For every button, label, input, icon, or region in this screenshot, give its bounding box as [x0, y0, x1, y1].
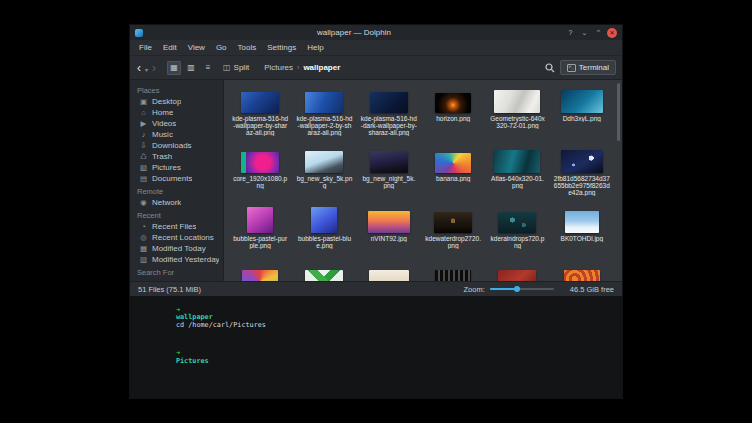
close-button[interactable]: ✕ [607, 28, 617, 38]
zoom-control: Zoom: [201, 285, 554, 294]
sidebar-item[interactable]: ♺ Trash [130, 151, 223, 162]
titlebar[interactable]: wallpaper — Dolphin ? ⌄ ⌃ ✕ [130, 25, 622, 40]
sidebar-item[interactable]: ▥ Modified Yesterday [130, 254, 223, 265]
terminal-toggle-button[interactable]: >_ Terminal [560, 60, 616, 75]
thumbnail-image [435, 153, 471, 173]
details-view-button[interactable]: ≡ [201, 61, 215, 75]
sidebar-item[interactable]: ▶ Videos [130, 118, 223, 129]
file-item[interactable]: kderaindrops720.png [486, 205, 548, 261]
file-item[interactable] [293, 265, 355, 281]
file-thumbnail-wrap [564, 265, 600, 281]
sidebar-item-label: Modified Today [152, 244, 206, 253]
file-thumbnail-wrap [370, 85, 408, 113]
file-item[interactable]: 2fb81d5682734d37655bb2e975f8263de42a.png [551, 145, 613, 201]
file-grid: kde-plasma-516-hd-wallpaper-by-sharaz-al… [229, 85, 613, 261]
minimize-button[interactable]: ⌄ [579, 27, 590, 38]
sidebar-item-label: Desktop [152, 97, 181, 106]
file-item[interactable]: banana.png [422, 145, 484, 201]
places-section: Places ▣ Desktop ⌂ Home [130, 83, 223, 184]
free-space-label: 46.5 GiB free [570, 285, 614, 294]
menu-item[interactable]: Settings [262, 41, 301, 54]
menu-item[interactable]: Help [302, 41, 328, 54]
terminal-panel[interactable]: ➜ wallpaper cd /home/carl/Pictures ➜ Pic… [130, 296, 622, 398]
thumbnail-image [311, 207, 337, 233]
search-icon[interactable] [543, 61, 557, 75]
dolphin-window: wallpaper — Dolphin ? ⌄ ⌃ ✕ File Edit Vi… [130, 25, 622, 398]
sidebar-item[interactable]: ◎ Recent Locations [130, 232, 223, 243]
sidebar-item[interactable]: ▤ Documents [130, 173, 223, 184]
file-thumbnail-wrap [311, 205, 337, 233]
file-item[interactable]: BK0TOHDl.jpg [551, 205, 613, 261]
breadcrumb: Pictures › wallpaper [264, 63, 340, 72]
menu-item[interactable]: File [134, 41, 157, 54]
breadcrumb-wallpaper[interactable]: wallpaper [303, 63, 340, 72]
file-item[interactable]: bg_new_night_5k.png [358, 145, 420, 201]
sidebar-item-label: Documents [152, 174, 192, 183]
file-item[interactable] [422, 265, 484, 281]
file-item[interactable]: Geometrystic-640x320-72-01.png [486, 85, 548, 141]
maximize-button[interactable]: ⌃ [593, 27, 604, 38]
thumbnail-image [368, 211, 410, 233]
file-item[interactable]: Atlas-640x320-01.png [486, 145, 548, 201]
back-history-caret-icon[interactable]: ▾ [145, 66, 148, 73]
breadcrumb-pictures[interactable]: Pictures [264, 63, 293, 72]
thumbnail-image [494, 150, 540, 173]
split-button[interactable]: ◫ Split [218, 61, 254, 74]
menu-item[interactable]: View [183, 41, 210, 54]
file-item[interactable] [486, 265, 548, 281]
file-thumbnail-wrap [305, 145, 343, 173]
file-item[interactable]: bubbles-pastel-purple.png [229, 205, 291, 261]
file-item[interactable]: kdewaterdrop2720.png [422, 205, 484, 261]
sidebar-item[interactable]: ▣ Desktop [130, 96, 223, 107]
back-button[interactable]: ‹ [136, 62, 142, 74]
sidebar-item[interactable]: ⌂ Home [130, 107, 223, 118]
menu-item[interactable]: Tools [233, 41, 262, 54]
zoom-slider[interactable] [490, 288, 554, 290]
file-item[interactable]: kde-plasma-516-hd-wallpaper-by-sharaz-al… [229, 85, 291, 141]
file-item[interactable] [551, 265, 613, 281]
sidebar-item[interactable]: ◉ Network [130, 197, 223, 208]
sidebar-item-label: Modified Yesterday [152, 255, 219, 264]
file-item[interactable] [229, 265, 291, 281]
thumbnail-image [369, 270, 409, 281]
file-name: Geometrystic-640x320-72-01.png [486, 115, 548, 129]
terminal-line: ➜ wallpaper cd /home/carl/Pictures [135, 300, 617, 343]
file-thumbnail-wrap [494, 145, 540, 173]
file-item[interactable] [358, 265, 420, 281]
sidebar-item[interactable]: ♪ Music [130, 129, 223, 140]
file-item[interactable]: core_1920x1080.png [229, 145, 291, 201]
menu-item[interactable]: Go [211, 41, 232, 54]
terminal-line: cd /home/carl/Pictures/maze [135, 386, 617, 398]
section-title-remote: Remote [130, 184, 223, 197]
toolbar: ‹ ▾ › ▦ ▥ ≡ ◫ Split Pictures › wallpaper [130, 56, 622, 80]
places-panel: Places ▣ Desktop ⌂ Home [130, 80, 224, 281]
file-grid-partial-row [229, 265, 613, 281]
compact-view-button[interactable]: ▥ [184, 61, 198, 75]
vertical-scrollbar[interactable] [617, 83, 620, 141]
file-item[interactable]: Ddh3xyL.png [551, 85, 613, 141]
forward-button[interactable]: › [151, 62, 157, 74]
prompt-directory: Pictures [176, 357, 209, 365]
icons-view-button[interactable]: ▦ [167, 61, 181, 75]
menu-item[interactable]: Edit [158, 41, 182, 54]
file-item[interactable]: kde-plasma-516-hd-wallpaper-2-by-sharaz-… [293, 85, 355, 141]
sidebar-item[interactable]: ▧ Pictures [130, 162, 223, 173]
file-name: 2fb81d5682734d37655bb2e975f8263de42a.png [551, 175, 613, 196]
folder-view[interactable]: kde-plasma-516-hd-wallpaper-by-sharaz-al… [224, 80, 622, 281]
file-item[interactable]: kde-plasma-516-hd-dark-wallpaper-by-shar… [358, 85, 420, 141]
file-item[interactable]: nVINT92.jpg [358, 205, 420, 261]
status-bar: 51 Files (75.1 MiB) Zoom: 46.5 GiB free [130, 281, 622, 296]
zoom-slider-handle[interactable] [514, 286, 520, 292]
file-item[interactable]: bg_new_sky_5k.png [293, 145, 355, 201]
file-item[interactable]: bubbles-pastel-blue.png [293, 205, 355, 261]
sidebar-item[interactable]: ⇩ Downloads [130, 140, 223, 151]
pictures-icon: ▧ [139, 164, 148, 172]
terminal-line: ➜ Pictures [135, 343, 617, 386]
thumbnail-image [435, 93, 471, 113]
help-button[interactable]: ? [565, 27, 576, 38]
sidebar-item[interactable]: ◔ Recent Files [130, 221, 223, 232]
sidebar-item[interactable]: ▦ Modified Today [130, 243, 223, 254]
file-name: banana.png [433, 175, 473, 182]
file-item[interactable]: horizon.png [422, 85, 484, 141]
modified-yesterday-icon: ▥ [139, 256, 148, 264]
